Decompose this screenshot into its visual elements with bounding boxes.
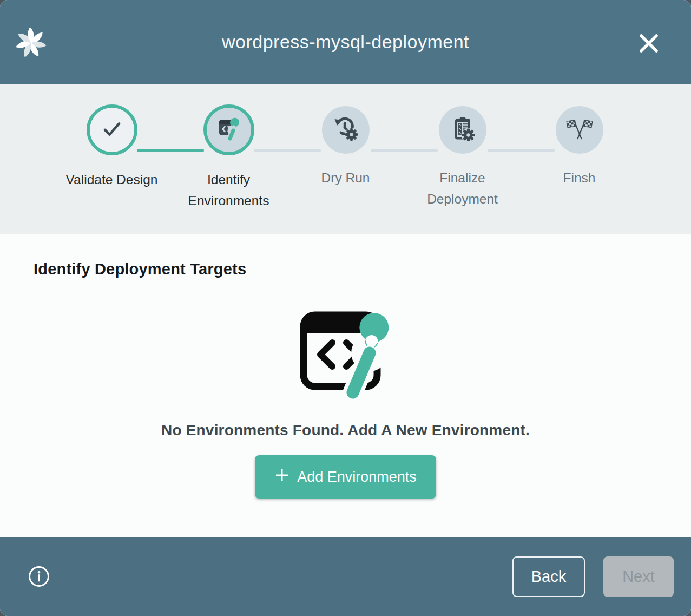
step-finish: Finsh (521, 104, 638, 211)
add-environments-label: Add Environments (297, 469, 417, 486)
plus-icon (274, 468, 289, 487)
step-connector (137, 149, 204, 152)
step-finalize-deployment-circle[interactable] (439, 106, 486, 154)
code-window-wrench-icon (299, 311, 392, 399)
step-dry-run-circle[interactable] (322, 106, 370, 154)
step-finalize-deployment: Finalize Deployment (404, 104, 521, 211)
code-window-wrench-icon (216, 116, 241, 143)
back-button[interactable]: Back (512, 556, 585, 597)
wizard-stepper: Validate Design (0, 84, 691, 234)
dry-run-history-gear-icon (333, 116, 358, 143)
step-label: Validate Design (66, 169, 158, 190)
step-label: Finsh (563, 167, 596, 188)
page-title: Identify Deployment Targets (34, 260, 657, 278)
step-connector (488, 149, 555, 152)
wizard-body: Identify Deployment Targets No Environme… (0, 234, 691, 537)
empty-state-message: No Environments Found. Add A New Environ… (34, 422, 657, 439)
pinwheel-logo-icon (15, 27, 47, 58)
modal-title: wordpress-mysql-deployment (0, 31, 691, 53)
step-identify-environments: Identify Environments (170, 104, 287, 211)
next-button[interactable]: Next (603, 556, 674, 597)
step-connector (254, 149, 321, 152)
modal-footer: Back Next (0, 537, 691, 616)
deployment-wizard-modal: wordpress-mysql-deployment Validate Des (0, 0, 691, 616)
step-finish-circle[interactable] (556, 106, 603, 154)
step-validate-design-circle[interactable] (87, 104, 137, 155)
clipboard-gear-icon (450, 116, 475, 143)
step-connector (371, 149, 438, 152)
modal-header: wordpress-mysql-deployment (0, 0, 691, 84)
check-icon (99, 116, 125, 144)
step-dry-run: Dry Run (287, 104, 404, 211)
info-icon[interactable] (27, 565, 51, 588)
empty-state: No Environments Found. Add A New Environ… (34, 311, 657, 499)
add-environments-button[interactable]: Add Environments (255, 455, 436, 499)
step-validate-design: Validate Design (54, 104, 170, 211)
step-label: Identify Environments (181, 169, 276, 211)
step-label: Finalize Deployment (415, 167, 510, 209)
step-label: Dry Run (321, 167, 370, 188)
checkered-flags-icon (566, 116, 593, 143)
step-identify-environments-circle[interactable] (203, 104, 254, 155)
close-icon[interactable] (637, 31, 661, 55)
